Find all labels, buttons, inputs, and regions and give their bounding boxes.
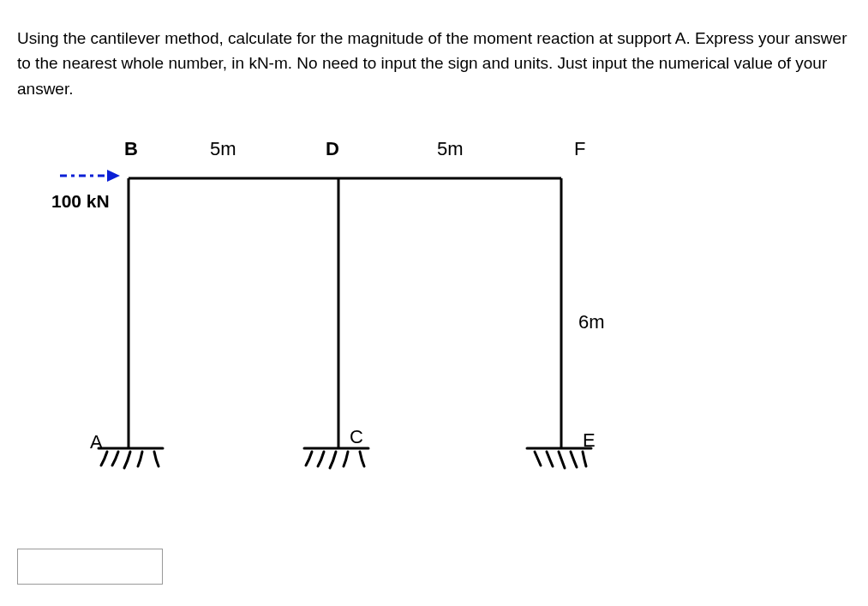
support-c-icon xyxy=(304,448,368,468)
label-load: 100 kN xyxy=(51,191,110,212)
label-span-bd: 5m xyxy=(210,138,236,160)
structural-diagram: B 5m D 5m F 100 kN 6m A C E xyxy=(26,123,626,500)
support-a-icon xyxy=(99,448,163,468)
label-height: 6m xyxy=(578,311,605,333)
label-d: D xyxy=(326,138,339,160)
support-e-icon xyxy=(527,448,591,468)
load-arrow-icon xyxy=(60,170,120,182)
svg-marker-1 xyxy=(107,170,120,182)
label-e: E xyxy=(583,429,596,452)
diagram-svg xyxy=(26,123,626,500)
question-text: Using the cantilever method, calculate f… xyxy=(17,26,851,101)
label-c: C xyxy=(350,426,363,448)
label-f: F xyxy=(574,138,585,160)
label-span-df: 5m xyxy=(437,138,464,160)
label-b: B xyxy=(124,138,138,160)
answer-input[interactable] xyxy=(17,549,163,585)
label-a: A xyxy=(90,431,103,453)
